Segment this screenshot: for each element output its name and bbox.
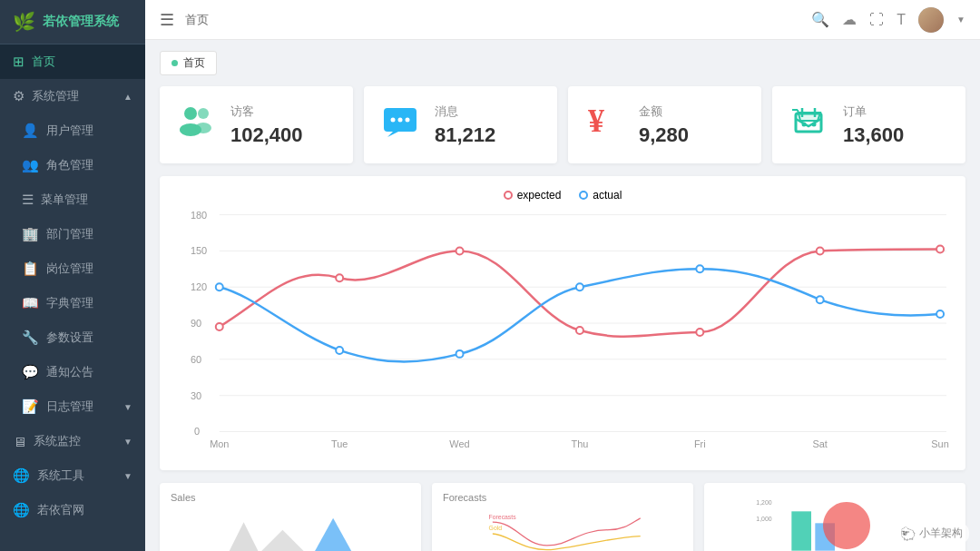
sidebar-item-notice[interactable]: 💬 通知公告 — [0, 355, 145, 389]
money-icon: ¥ — [584, 101, 624, 149]
svg-text:Gold: Gold — [489, 525, 503, 531]
svg-text:1,200: 1,200 — [756, 499, 771, 506]
content-area: 首页 访客 102,400 — [145, 40, 980, 551]
watermark-icon: 🐑 — [900, 526, 916, 541]
fullscreen-icon[interactable]: ⛶ — [869, 12, 884, 28]
sidebar-label-roles: 角色管理 — [46, 157, 93, 173]
menu-toggle-icon[interactable]: ☰ — [160, 10, 174, 30]
cloud-icon[interactable]: ☁ — [842, 11, 857, 28]
sidebar-item-dept[interactable]: 🏢 部门管理 — [0, 217, 145, 251]
svg-point-43 — [936, 245, 944, 252]
stat-card-money: ¥ 金额 9,280 — [568, 86, 761, 163]
svg-point-0 — [184, 107, 197, 120]
sales-title: Sales — [171, 492, 410, 503]
topbar-actions: 🔍 ☁ ⛶ T ▼ — [811, 7, 965, 33]
svg-text:0: 0 — [194, 426, 200, 437]
svg-point-42 — [817, 247, 824, 254]
sidebar-label-monitor: 系统监控 — [34, 433, 81, 449]
sidebar-item-home[interactable]: ⊞ 首页 — [0, 44, 145, 79]
logs-icon: 📝 — [22, 398, 39, 415]
orders-label: 订单 — [843, 103, 904, 120]
bottom-card-forecasts: Forecasts Forecasts Gold — [432, 483, 693, 551]
user-dropdown-icon[interactable]: ▼ — [956, 15, 965, 25]
sidebar-label-post: 岗位管理 — [46, 261, 93, 277]
sidebar-item-site[interactable]: 🌐 若依官网 — [0, 493, 145, 527]
page-tab-home[interactable]: 首页 — [160, 51, 217, 75]
svg-text:Forecasts: Forecasts — [489, 514, 517, 520]
sidebar-item-logs[interactable]: 📝 日志管理 ▼ — [0, 389, 145, 424]
sidebar-label-dict: 字典管理 — [46, 295, 93, 311]
chart-svg: 180 150 120 90 60 30 0 Mon Tue Wed Th — [174, 209, 951, 454]
orders-value: 13,600 — [843, 123, 904, 147]
svg-marker-53 — [314, 518, 353, 551]
sidebar-logo: 🌿 若依管理系统 — [0, 0, 145, 44]
svg-text:150: 150 — [191, 245, 207, 256]
sidebar-item-menu[interactable]: ☰ 菜单管理 — [0, 182, 145, 217]
orders-icon — [789, 101, 828, 149]
main-area: ☰ 首页 🔍 ☁ ⛶ T ▼ 首页 — [145, 0, 980, 551]
sidebar-label-menu: 菜单管理 — [41, 192, 88, 208]
sidebar-label-users: 用户管理 — [46, 123, 93, 139]
actual-dot — [579, 191, 588, 200]
sidebar-item-roles[interactable]: 👥 角色管理 — [0, 148, 145, 182]
avatar[interactable] — [918, 7, 944, 33]
svg-point-6 — [398, 118, 403, 123]
line-chart-card: expected actual 180 150 120 90 60 30 0 — [160, 176, 965, 470]
sidebar-item-post[interactable]: 📋 岗位管理 — [0, 251, 145, 286]
sidebar-item-system[interactable]: ⚙ 系统管理 ▲ — [0, 79, 145, 113]
svg-point-7 — [406, 118, 410, 123]
svg-point-50 — [936, 310, 944, 318]
svg-point-45 — [336, 347, 343, 354]
svg-text:Sat: Sat — [812, 438, 827, 449]
stats-row: 访客 102,400 消息 81,212 — [160, 86, 965, 163]
home-icon: ⊞ — [13, 54, 24, 70]
topbar: ☰ 首页 🔍 ☁ ⛶ T ▼ — [145, 0, 980, 40]
arrow-icon: ▲ — [123, 92, 132, 102]
sidebar-label-notice: 通知公告 — [46, 364, 93, 380]
svg-text:Wed: Wed — [449, 438, 469, 449]
svg-marker-51 — [228, 522, 259, 551]
svg-point-5 — [391, 118, 396, 123]
gear-icon: ⚙ — [13, 88, 24, 104]
svg-point-41 — [696, 329, 703, 336]
svg-point-2 — [198, 108, 209, 119]
stat-info-visitors: 访客 102,400 — [230, 103, 303, 147]
tab-dot — [172, 60, 178, 66]
menu-icon: ☰ — [22, 192, 34, 208]
messages-icon — [380, 101, 420, 149]
svg-text:Tue: Tue — [331, 438, 348, 449]
sidebar-item-dict[interactable]: 📖 字典管理 — [0, 286, 145, 320]
sidebar-item-monitor[interactable]: 🖥 系统监控 ▼ — [0, 424, 145, 458]
dict-icon: 📖 — [22, 295, 39, 311]
sidebar-label-system: 系统管理 — [32, 88, 79, 104]
money-value: 9,280 — [639, 123, 689, 147]
sidebar-label-dept: 部门管理 — [46, 226, 93, 242]
svg-text:180: 180 — [191, 210, 207, 221]
tools-arrow-icon: ▼ — [123, 471, 132, 481]
stat-info-money: 金额 9,280 — [639, 103, 689, 147]
sidebar: 🌿 若依管理系统 ⊞ 首页 ⚙ 系统管理 ▲ 👤 用户管理 👥 角色管理 ☰ 菜… — [0, 0, 145, 551]
font-icon[interactable]: T — [897, 12, 906, 28]
tools-icon: 🌐 — [13, 467, 30, 484]
svg-text:120: 120 — [191, 281, 207, 292]
svg-rect-60 — [791, 511, 811, 550]
sidebar-item-params[interactable]: 🔧 参数设置 — [0, 320, 145, 355]
logo-icon: 🌿 — [13, 11, 35, 33]
legend-expected: expected — [504, 189, 562, 202]
notice-icon: 💬 — [22, 364, 39, 380]
roles-icon: 👥 — [22, 157, 39, 173]
search-icon[interactable]: 🔍 — [811, 11, 829, 28]
sidebar-item-users[interactable]: 👤 用户管理 — [0, 113, 145, 148]
svg-text:60: 60 — [191, 354, 201, 365]
svg-point-48 — [696, 265, 703, 272]
sidebar-label-tools: 系统工具 — [37, 467, 84, 484]
svg-marker-8 — [387, 132, 398, 137]
svg-text:1,000: 1,000 — [756, 516, 771, 522]
visitors-label: 访客 — [230, 103, 303, 120]
sidebar-item-tools[interactable]: 🌐 系统工具 ▼ — [0, 458, 145, 493]
legend-actual: actual — [579, 189, 622, 202]
sidebar-label-site: 若依官网 — [37, 502, 84, 518]
svg-marker-52 — [260, 530, 306, 551]
bottom-card-sales: Sales dministration Marketing — [160, 483, 421, 551]
post-icon: 📋 — [22, 261, 39, 277]
